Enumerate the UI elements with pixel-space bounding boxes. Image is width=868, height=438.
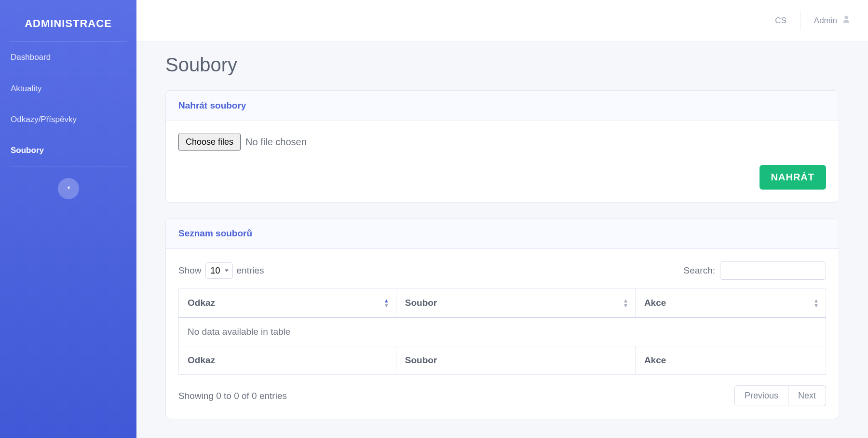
col-header-odkaz-label: Odkaz xyxy=(188,298,215,308)
pager: Previous Next xyxy=(734,385,826,406)
col-footer-odkaz: Odkaz xyxy=(179,346,396,375)
col-header-akce-label: Akce xyxy=(644,298,666,308)
length-select[interactable]: 10 xyxy=(205,262,233,279)
file-input-row: Choose files No file chosen xyxy=(178,134,826,151)
table-length-control: Show 10 entries xyxy=(178,262,264,279)
language-switch[interactable]: CS xyxy=(775,16,787,26)
user-menu[interactable]: Admin xyxy=(814,15,851,26)
table-search-control: Search: xyxy=(684,261,826,280)
col-footer-soubor: Soubor xyxy=(396,346,635,375)
length-suffix: entries xyxy=(237,265,264,276)
topbar: CS Admin xyxy=(136,0,868,41)
upload-card: Nahrát soubory Choose files No file chos… xyxy=(165,90,839,203)
sort-icon: ▲▼ xyxy=(623,299,628,307)
sidebar-item-dashboard[interactable]: Dashboard xyxy=(0,42,136,73)
divider xyxy=(800,11,800,30)
file-chosen-status: No file chosen xyxy=(245,137,307,148)
divider xyxy=(10,166,127,166)
col-header-akce[interactable]: Akce ▲▼ xyxy=(635,289,826,318)
length-prefix: Show xyxy=(178,265,202,276)
col-header-soubor-label: Soubor xyxy=(405,298,437,308)
brand-title: ADMINISTRACE xyxy=(0,9,136,41)
upload-card-header: Nahrát soubory xyxy=(166,91,839,121)
user-icon xyxy=(842,15,851,26)
table-empty-row: No data available in table xyxy=(179,317,826,346)
sidebar: ADMINISTRACE Dashboard Aktuality Odkazy/… xyxy=(0,0,136,438)
col-footer-akce: Akce xyxy=(635,346,826,375)
choose-files-button[interactable]: Choose files xyxy=(178,134,241,151)
sort-icon: ▲▼ xyxy=(814,299,819,307)
page-title: Soubory xyxy=(165,54,839,76)
sort-icon: ▲▼ xyxy=(384,299,389,307)
chevron-left-icon xyxy=(65,184,72,193)
upload-submit-button[interactable]: NAHRÁT xyxy=(760,165,826,190)
col-header-soubor[interactable]: Soubor ▲▼ xyxy=(396,289,635,318)
col-header-odkaz[interactable]: Odkaz ▲▼ xyxy=(179,289,396,318)
search-input[interactable] xyxy=(720,261,826,280)
sidebar-collapse-button[interactable] xyxy=(58,178,79,199)
sidebar-item-soubory[interactable]: Soubory xyxy=(0,135,136,166)
search-label: Search: xyxy=(684,265,715,276)
sidebar-item-odkazy[interactable]: Odkazy/Příspěvky xyxy=(0,104,136,135)
language-label: CS xyxy=(775,16,787,26)
table-empty-text: No data available in table xyxy=(179,317,826,346)
list-card: Seznam souborů Show 10 entries xyxy=(165,218,839,419)
table-info: Showing 0 to 0 of 0 entries xyxy=(178,391,287,401)
content: Soubory Nahrát soubory Choose files No f… xyxy=(136,41,868,438)
pager-next-button[interactable]: Next xyxy=(788,385,826,406)
user-label: Admin xyxy=(814,16,837,26)
sidebar-item-aktuality[interactable]: Aktuality xyxy=(0,73,136,104)
files-table: Odkaz ▲▼ Soubor ▲▼ Akce ▲▼ xyxy=(178,288,826,375)
list-card-header: Seznam souborů xyxy=(166,219,839,249)
pager-prev-button[interactable]: Previous xyxy=(734,385,788,406)
